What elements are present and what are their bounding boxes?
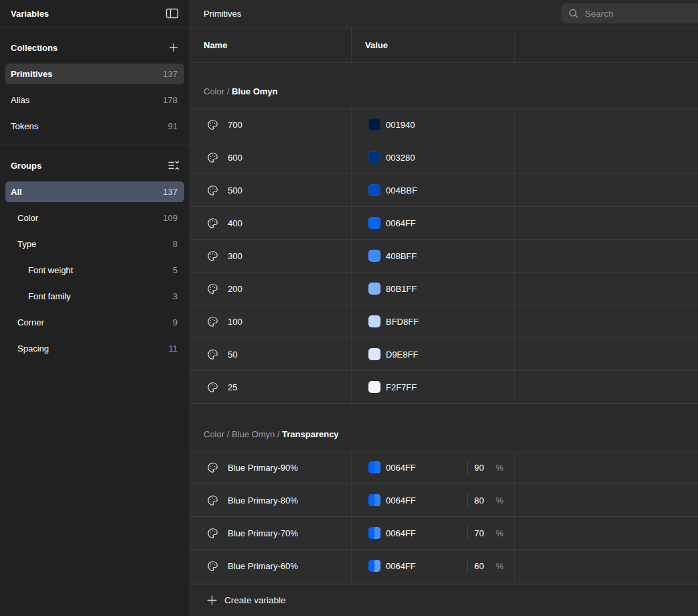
variable-value-cell[interactable]: 004BBF: [351, 174, 514, 206]
create-variable-button[interactable]: Create variable: [190, 584, 698, 616]
color-swatch[interactable]: [368, 217, 380, 229]
variable-value-cell[interactable]: F2F7FF: [351, 371, 514, 403]
variable-name-cell[interactable]: Blue Primary-70%: [190, 517, 351, 549]
variable-value-cell[interactable]: 0064FF70%: [351, 517, 514, 549]
variable-row[interactable]: Blue Primary-80%0064FF80%: [190, 483, 698, 516]
variable-name-cell[interactable]: 700: [190, 108, 351, 141]
group-item-font-weight[interactable]: Font weight5: [5, 260, 184, 281]
variable-name: 400: [228, 218, 242, 228]
variable-row[interactable]: 50D9E8FF: [190, 337, 698, 370]
variable-value-cell[interactable]: D9E8FF: [351, 338, 514, 370]
color-swatch[interactable]: [368, 250, 380, 262]
color-swatch[interactable]: [368, 184, 380, 196]
variable-value-cell[interactable]: BFD8FF: [351, 305, 514, 337]
color-swatch[interactable]: [368, 315, 380, 327]
variable-name-cell[interactable]: 200: [190, 273, 351, 305]
color-hex-value[interactable]: 0064FF: [386, 495, 416, 506]
variable-row[interactable]: 100BFD8FF: [190, 305, 698, 337]
opacity-value[interactable]: 60: [474, 561, 488, 571]
groups-section: Groups All137Color109Type8Font weight5Fo…: [0, 145, 190, 364]
color-swatch[interactable]: [368, 151, 380, 163]
opacity-field[interactable]: 90%: [467, 451, 514, 483]
palette-icon: [206, 527, 219, 540]
color-hex-value[interactable]: 0064FF: [386, 528, 416, 538]
color-swatch[interactable]: [368, 381, 380, 393]
color-hex-value[interactable]: F2F7FF: [386, 382, 417, 392]
variable-name-cell[interactable]: Blue Primary-60%: [190, 550, 351, 582]
group-item-all[interactable]: All137: [5, 181, 184, 202]
opacity-field[interactable]: 60%: [467, 550, 514, 582]
variable-row[interactable]: 700001940: [190, 108, 698, 141]
variable-name-cell[interactable]: 600: [190, 141, 351, 173]
opacity-value[interactable]: 70: [474, 528, 488, 538]
color-swatch[interactable]: [368, 119, 380, 131]
color-swatch[interactable]: [368, 348, 380, 360]
opacity-field[interactable]: 80%: [467, 484, 514, 516]
group-item-spacing[interactable]: Spacing11: [5, 338, 184, 359]
collection-item-label: Alias: [11, 95, 29, 105]
color-hex-value[interactable]: 004BBF: [386, 185, 417, 196]
variable-row[interactable]: 4000064FF: [190, 206, 698, 239]
variable-name-cell[interactable]: 50: [190, 338, 351, 370]
variable-row[interactable]: Blue Primary-90%0064FF90%: [190, 451, 698, 483]
variable-row[interactable]: 300408BFF: [190, 239, 698, 272]
variable-name: 200: [228, 284, 242, 294]
color-swatch[interactable]: [368, 527, 380, 539]
variable-name-cell[interactable]: Blue Primary-80%: [190, 484, 351, 516]
add-collection-button[interactable]: [165, 40, 182, 56]
color-hex-value[interactable]: 001940: [386, 120, 415, 130]
color-hex-value[interactable]: 0064FF: [386, 463, 416, 473]
variable-name-cell[interactable]: 400: [190, 207, 351, 239]
color-hex-value[interactable]: 408BFF: [386, 251, 417, 261]
color-hex-value[interactable]: 003280: [386, 153, 415, 163]
color-hex-value[interactable]: 80B1FF: [386, 284, 417, 294]
variable-value-cell[interactable]: 001940: [351, 108, 514, 141]
variable-name-cell[interactable]: 25: [190, 371, 351, 403]
variable-row[interactable]: 600003280: [190, 141, 698, 173]
group-item-label: Spacing: [17, 343, 49, 354]
variable-row[interactable]: 500004BBF: [190, 173, 698, 206]
collection-item-count: 91: [168, 121, 178, 131]
collapse-groups-button[interactable]: [165, 157, 182, 173]
variable-value-cell[interactable]: 003280: [351, 141, 514, 173]
variable-row[interactable]: 25F2F7FF: [190, 370, 698, 403]
variable-value-cell[interactable]: 0064FF: [351, 207, 514, 239]
color-swatch[interactable]: [368, 494, 380, 506]
collection-item-primitives[interactable]: Primitives137: [5, 64, 184, 84]
percent-sign: %: [496, 495, 504, 506]
color-swatch[interactable]: [368, 560, 380, 572]
group-item-font-family[interactable]: Font family3: [5, 286, 184, 307]
opacity-value[interactable]: 80: [474, 495, 488, 506]
variable-value-cell[interactable]: 0064FF60%: [351, 550, 514, 582]
search-box[interactable]: [561, 3, 698, 23]
collection-item-tokens[interactable]: Tokens91: [5, 116, 184, 137]
color-hex-value[interactable]: D9E8FF: [386, 350, 418, 360]
variable-name: Blue Primary-60%: [228, 561, 298, 571]
opacity-value[interactable]: 90: [474, 463, 488, 473]
sidebar-toggle-button[interactable]: [164, 5, 180, 21]
variable-name-cell[interactable]: 300: [190, 240, 351, 272]
variable-name-cell[interactable]: 100: [190, 305, 351, 337]
variable-row[interactable]: Blue Primary-70%0064FF70%: [190, 516, 698, 549]
variable-value-cell[interactable]: 80B1FF: [351, 273, 514, 305]
palette-icon: [206, 494, 219, 507]
variable-row[interactable]: Blue Primary-60%0064FF60%: [190, 549, 698, 582]
variable-name-cell[interactable]: 500: [190, 174, 351, 206]
variable-value-cell[interactable]: 408BFF: [351, 240, 514, 272]
group-item-type[interactable]: Type8: [5, 234, 184, 254]
color-hex-value[interactable]: BFD8FF: [386, 317, 419, 327]
group-item-corner[interactable]: Corner9: [5, 312, 184, 333]
variable-value-cell[interactable]: 0064FF80%: [351, 484, 514, 516]
search-input[interactable]: [585, 9, 698, 19]
group-item-color[interactable]: Color109: [5, 208, 184, 228]
opacity-field[interactable]: 70%: [467, 517, 514, 549]
variable-name-cell[interactable]: Blue Primary-90%: [190, 451, 351, 483]
color-swatch[interactable]: [368, 283, 380, 295]
variable-row[interactable]: 20080B1FF: [190, 272, 698, 305]
palette-icon: [206, 560, 219, 572]
collection-item-alias[interactable]: Alias178: [5, 90, 184, 110]
variable-value-cell[interactable]: 0064FF90%: [351, 451, 514, 483]
color-swatch[interactable]: [368, 461, 380, 473]
color-hex-value[interactable]: 0064FF: [386, 561, 416, 571]
color-hex-value[interactable]: 0064FF: [386, 218, 416, 228]
